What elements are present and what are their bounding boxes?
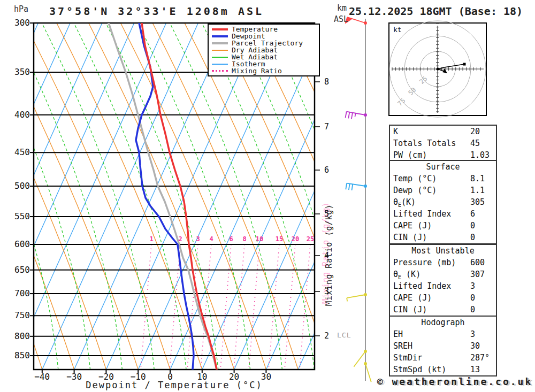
pressure-tick-label: 300 [7,18,30,28]
pressure-tick-label: 650 [7,265,30,275]
table-row: CIN (J)0 [390,232,496,243]
wind-barb-base-dot [364,350,367,353]
mixing-ratio-value-label: 20 [289,235,302,243]
table-row-value: 8.1 [470,173,485,185]
legend-line-sample [212,70,228,72]
km-tick-label: 5 [324,209,329,219]
pressure-tick-label: 700 [7,288,30,298]
wind-barb-tick [346,112,347,118]
table-row-label: Lifted Index [393,209,451,219]
mixing-ratio-value-label: 4 [205,235,218,243]
table-row: StmDir287° [390,352,496,364]
wind-barb-base-dot [364,293,367,296]
pressure-unit-label: hPa [14,4,28,14]
index-table-section: K20Totals Totals45PW (cm)1.03 [389,125,497,162]
table-row: SREH30 [390,340,496,352]
index-table-section: HodographEH3SREH30StmDir287°StmSpd (kt)1… [389,316,497,376]
table-row-value: 6 [470,208,475,220]
table-row-value: 0 [470,292,475,304]
table-row: CIN (J)0 [390,304,496,316]
table-row: PW (cm)1.03 [390,149,496,161]
wind-barb-tick [346,183,347,190]
wind-barb-base-dot [364,21,367,25]
table-row-label: θE(K) [393,197,416,207]
wind-barb [346,183,367,190]
table-row: Lifted Index3 [390,280,496,292]
table-row-label: θE (K) [393,270,421,279]
valid-datetime: 25.12.2025 18GMT (Base: 18) [349,5,523,18]
table-row: EH3 [390,328,496,340]
wind-barb-column [345,17,371,382]
table-row: CAPE (J)0 [390,292,496,304]
table-row-label: StmDir [393,353,422,363]
table-row: Dewp (°C)1.1 [390,185,496,196]
legend-item-label: Mixing Ratio [232,67,282,74]
table-row-value: 600 [470,257,485,268]
mixing-ratio-value-label: 3 [192,235,204,243]
pressure-tick-label: 450 [7,147,30,157]
lcl-marker-label: LCL [337,331,351,339]
legend-line-sample [212,42,228,44]
pressure-tick-label: 600 [7,239,30,249]
table-row-label: SREH [393,341,412,351]
wind-barb [347,293,367,302]
table-row-label: Pressure (mb) [393,258,456,267]
table-row-value: 287° [470,352,490,364]
table-row: θE (K)307 [390,268,496,280]
table-row: θE(K)305 [390,196,496,208]
table-row-label: Totals Totals [393,139,456,148]
table-row-label: Lifted Index [393,281,451,291]
table-row-value: 20 [470,126,480,137]
hodograph-unit-label: kt [393,26,402,34]
wind-barb-staff [354,351,365,367]
wind-barb-staff [347,295,365,298]
legend-line-sample [212,64,228,65]
pressure-tick-label: 400 [7,110,30,120]
wind-barb-tick [347,298,347,301]
dewpoint-curve [136,23,194,370]
table-row-value: 0 [470,220,475,232]
table-row-label: K [393,127,398,136]
km-tick-label: 8 [324,77,329,87]
table-row-label: CIN (J) [393,305,427,314]
km-tick-label: 6 [324,165,329,175]
temp-axis-title: Dewpoint / Temperature (°C) [34,380,315,390]
mixing-ratio-value-label: 15 [273,235,286,243]
mixing-ratio-line [220,244,231,370]
credit-footer: © weatheronline.co.uk [374,376,535,387]
table-section-title: Surface [390,161,496,173]
wind-barb-tick [351,184,353,190]
table-row-value: 13 [470,364,480,375]
table-row-label: CAPE (J) [393,221,432,230]
km-axis-unit: km [337,3,347,13]
wind-barb [346,112,367,119]
table-row: Pressure (mb)600 [390,257,496,268]
wind-barb-tick [349,183,350,190]
pressure-tick-label: 550 [7,211,30,221]
mixing-ratio-line [269,244,279,370]
index-table-section: SurfaceTemp (°C)8.1Dewp (°C)1.1θE(K)305L… [389,160,497,244]
table-row-value: 3 [470,280,475,292]
mixing-ratio-value-label: 6 [225,235,238,243]
table-row: Lifted Index6 [390,208,496,220]
table-row: CAPE (J)0 [390,220,496,232]
table-row-label: CIN (J) [393,233,427,242]
legend-line-sample [212,35,228,37]
legend-line-sample [212,28,228,30]
table-row-value: 1.1 [470,185,485,196]
index-table-section: Most UnstablePressure (mb)600θE (K)307Li… [389,244,497,317]
table-row-label: PW (cm) [393,150,427,160]
wind-barb-base-dot [364,185,367,188]
wind-barb [345,17,367,25]
table-row-label: EH [393,329,403,339]
mixing-ratio-value-label: 1 [145,235,158,243]
table-row-label: Dewp (°C) [393,186,437,195]
table-row-value: 45 [470,137,480,149]
table-row-value: 307 [470,268,485,280]
pressure-tick-label: 750 [7,310,30,320]
pressure-tick-label: 800 [7,331,30,341]
skewt-chart-page: 255075 hPa 37°58'N 32°33'E 1208m ASL km … [0,0,535,392]
wet-adiabat-line [522,23,535,370]
station-title: 37°58'N 32°33'E 1208m ASL [49,5,264,18]
hodograph-panel: 255075 [389,21,486,117]
